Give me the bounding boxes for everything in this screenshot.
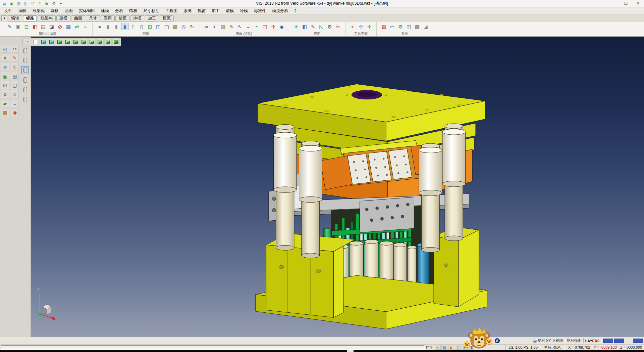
close-button[interactable]: ✕ (632, 0, 644, 7)
layer-cylinder-5[interactable] (21, 95, 29, 103)
explode-view-icon[interactable]: ✢ (270, 23, 277, 30)
monitor-icon[interactable]: ▭ (388, 23, 396, 30)
help-icon[interactable]: ? (455, 345, 461, 350)
tab-4[interactable]: 曲面 (71, 15, 85, 21)
zoom-tool-icon[interactable]: ◎ (1, 45, 9, 53)
menu-item-2[interactable]: 线架构 (30, 8, 48, 14)
view-settings-icon[interactable]: ⚙ (326, 23, 333, 30)
quick-open-icon[interactable]: ▣ (8, 1, 15, 6)
menu-item-6[interactable]: 建模 (98, 8, 112, 14)
quick-undo-icon[interactable]: ↺ (30, 1, 36, 6)
erase-tool-icon[interactable]: ⊠ (1, 81, 9, 89)
top-view-icon[interactable] (64, 39, 71, 45)
assistant-badge[interactable]: A (495, 338, 500, 343)
menu-item-7[interactable]: 分析 (112, 8, 126, 14)
wireframe-cylinder-icon[interactable]: ▮ (104, 23, 112, 30)
flip-tool-icon[interactable]: ◒ (11, 99, 19, 107)
menu-item-15[interactable]: 冲模 (237, 8, 251, 14)
view-menu-icon[interactable]: ≡ (24, 39, 31, 45)
quick-grid-icon[interactable]: ⊞ (44, 1, 50, 6)
checker-icon[interactable]: ▩ (414, 23, 421, 30)
tab-10[interactable]: 模流 (160, 15, 174, 21)
zoom-extents-cube-icon[interactable] (48, 39, 55, 45)
build-tool-icon[interactable]: ⚙ (1, 90, 9, 98)
quick-new-icon[interactable]: ▤ (1, 1, 8, 6)
bounding-box-icon[interactable]: ▢ (163, 23, 170, 30)
menu-item-0[interactable]: 文件 (1, 8, 15, 14)
type-filter-icon[interactable]: ◪ (48, 23, 55, 30)
layer-cylinder-0[interactable] (21, 47, 29, 55)
tab-8[interactable]: 冲模 (130, 15, 144, 21)
assistant-icon[interactable]: ♞ (448, 345, 454, 350)
point-display-icon[interactable]: ● (96, 23, 103, 30)
tab-3[interactable]: 建模 (56, 15, 70, 21)
element-filter-icon[interactable]: ⊟ (23, 23, 30, 30)
quick-save-icon[interactable]: ▥ (15, 1, 22, 6)
tab-6[interactable]: 应用 (101, 15, 115, 21)
view-manager-icon[interactable]: ✳ (292, 23, 300, 30)
workplane-align-icon[interactable]: ✛ (366, 23, 373, 30)
menu-item-11[interactable]: 系统 (180, 8, 195, 14)
window-layout-icon[interactable]: ◫ (405, 23, 413, 30)
menu-item-10[interactable]: 工程图 (162, 8, 180, 14)
layer-color-swatch[interactable] (603, 339, 613, 343)
active-layer-label[interactable]: LAYER0 (585, 339, 599, 343)
snap-settings-icon[interactable]: ⌖ (435, 345, 441, 350)
color-filter-icon[interactable]: ◧ (31, 23, 39, 30)
menu-item-9[interactable]: 尺寸标注 (140, 8, 162, 14)
layer-cylinder-3[interactable] (21, 76, 29, 84)
tab-2[interactable]: 线架构 (38, 15, 56, 21)
pick-arrow-icon[interactable]: ↖ (236, 23, 244, 30)
iso-view-icon[interactable] (56, 39, 63, 45)
selection-color-swatch[interactable] (633, 339, 643, 343)
view-zoom-icon[interactable]: ◎ (533, 339, 537, 343)
refresh-view-icon[interactable]: ↻ (188, 23, 196, 30)
layer-cylinder-4[interactable] (21, 86, 29, 94)
zoom-cube-icon[interactable] (40, 39, 47, 45)
system-settings-icon[interactable]: ⚙ (397, 23, 404, 30)
annotate-icon[interactable]: ✎ (228, 23, 235, 30)
undo-tool-icon[interactable]: ↺ (11, 90, 19, 98)
sketch-view-icon[interactable]: ✎ (309, 23, 317, 30)
compare-icon[interactable]: ◆ (278, 23, 285, 30)
properties-list-icon[interactable]: ≡ (82, 23, 89, 30)
paste-tool-icon[interactable]: ▢ (11, 81, 19, 89)
menu-item-8[interactable]: 电极 (126, 8, 140, 14)
split-view-icon[interactable]: ◧ (301, 23, 308, 30)
quick-print-icon[interactable]: ◫ (22, 1, 29, 6)
menu-item-4[interactable]: 曲面 (62, 8, 76, 14)
clip-upper-icon[interactable]: ◓ (253, 23, 260, 30)
dimetric-view-icon[interactable] (104, 39, 112, 45)
mesh-tool-icon[interactable]: ▦ (1, 108, 9, 116)
solid-cylinder-icon[interactable]: ▮ (113, 23, 120, 30)
menu-item-3[interactable]: 网格 (48, 8, 62, 14)
view-orientation-label[interactable]: 绝对 XY 上视图 (538, 338, 563, 343)
quick-more-icon[interactable]: ▾ (58, 1, 64, 6)
front-view-icon[interactable] (72, 39, 79, 45)
menu-item-18[interactable]: ? (291, 9, 300, 13)
attribute-copy-icon[interactable]: ▣ (14, 23, 22, 30)
workplane-axes-icon[interactable]: ✢ (357, 23, 365, 30)
mold-3d-model[interactable]: Z (31, 37, 644, 337)
view-glasses-icon[interactable]: ∞ (203, 23, 210, 30)
gradient-icon[interactable]: ◢ (422, 23, 429, 30)
menu-item-12[interactable]: 视窗 (195, 8, 209, 14)
save-state-icon[interactable]: ▤ (441, 345, 447, 350)
hidden-line-icon[interactable]: ▯ (138, 23, 145, 30)
menu-item-17[interactable]: 模流分析 (269, 8, 291, 14)
pin-tool-icon[interactable]: ◉ (11, 108, 19, 116)
attribute-brush-icon[interactable]: ✎ (6, 23, 13, 30)
render-quality-icon[interactable]: ▩ (171, 23, 179, 30)
layer-cylinder-1[interactable] (21, 56, 29, 64)
command-prompt-input[interactable] (1, 345, 425, 350)
ghost-cylinder-icon[interactable]: ▯ (129, 23, 137, 30)
measure-view-icon[interactable]: ◺ (318, 23, 325, 30)
menu-item-16[interactable]: 标准件 (251, 8, 269, 14)
tab-9[interactable]: 加工 (145, 15, 159, 21)
back-view-icon[interactable] (88, 39, 96, 45)
layer-filter-icon[interactable]: ▤ (40, 23, 47, 30)
view-mode-label[interactable]: 绝对视图 (567, 338, 582, 343)
trim-tool-icon[interactable]: ✂ (11, 45, 19, 53)
menu-item-14[interactable]: 塑模 (223, 8, 237, 14)
mask-icon[interactable]: ⊘ (56, 23, 64, 30)
